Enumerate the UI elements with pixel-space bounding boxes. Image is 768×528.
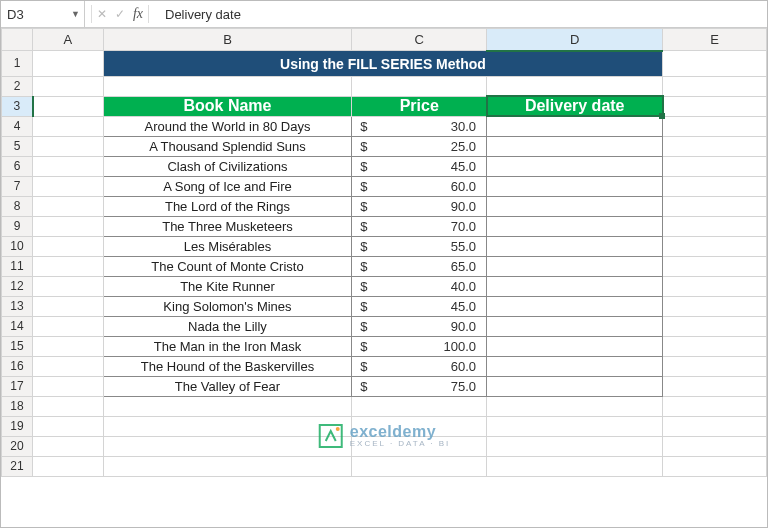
- cell[interactable]: [663, 51, 767, 77]
- cell[interactable]: [487, 136, 663, 156]
- name-box[interactable]: D3 ▼: [1, 1, 85, 27]
- cell[interactable]: [487, 376, 663, 396]
- col-header-E[interactable]: E: [663, 29, 767, 51]
- cell[interactable]: [663, 396, 767, 416]
- row-header[interactable]: 5: [2, 136, 33, 156]
- cell[interactable]: [487, 336, 663, 356]
- cell[interactable]: [33, 396, 103, 416]
- cell[interactable]: [33, 276, 103, 296]
- row-header[interactable]: 3: [2, 96, 33, 116]
- cell[interactable]: [663, 356, 767, 376]
- accept-icon[interactable]: ✓: [112, 7, 128, 21]
- cell[interactable]: [103, 396, 352, 416]
- row-header[interactable]: 8: [2, 196, 33, 216]
- cell[interactable]: [487, 416, 663, 436]
- cell[interactable]: King Solomon's Mines: [103, 296, 352, 316]
- cell[interactable]: [33, 416, 103, 436]
- cell[interactable]: $75.0: [352, 376, 487, 396]
- cell[interactable]: [663, 176, 767, 196]
- cell[interactable]: [33, 456, 103, 476]
- cell[interactable]: The Lord of the Rings: [103, 196, 352, 216]
- row-header[interactable]: 20: [2, 436, 33, 456]
- row-header[interactable]: 9: [2, 216, 33, 236]
- cell[interactable]: $60.0: [352, 176, 487, 196]
- cell[interactable]: [33, 136, 103, 156]
- cell[interactable]: The Man in the Iron Mask: [103, 336, 352, 356]
- cell[interactable]: $90.0: [352, 196, 487, 216]
- cell[interactable]: The Count of Monte Cristo: [103, 256, 352, 276]
- cell[interactable]: $60.0: [352, 356, 487, 376]
- cell[interactable]: A Thousand Splendid Suns: [103, 136, 352, 156]
- fill-handle[interactable]: [659, 113, 665, 119]
- cell[interactable]: [103, 416, 352, 436]
- cell[interactable]: [33, 156, 103, 176]
- cell[interactable]: [487, 316, 663, 336]
- chevron-down-icon[interactable]: ▼: [71, 9, 80, 19]
- cell[interactable]: [487, 396, 663, 416]
- cell[interactable]: [663, 136, 767, 156]
- cell[interactable]: [663, 336, 767, 356]
- cell[interactable]: [487, 176, 663, 196]
- cell[interactable]: [103, 436, 352, 456]
- cell[interactable]: [663, 116, 767, 136]
- fx-icon[interactable]: fx: [130, 6, 146, 22]
- cell[interactable]: [33, 316, 103, 336]
- cell[interactable]: [487, 116, 663, 136]
- cell[interactable]: [33, 256, 103, 276]
- cell[interactable]: [487, 216, 663, 236]
- cell[interactable]: [487, 256, 663, 276]
- cell[interactable]: Les Misérables: [103, 236, 352, 256]
- formula-input[interactable]: Delivery date: [155, 7, 241, 22]
- col-header-A[interactable]: A: [33, 29, 103, 51]
- cell[interactable]: $45.0: [352, 156, 487, 176]
- cell[interactable]: [103, 76, 352, 96]
- cell[interactable]: A Song of Ice and Fire: [103, 176, 352, 196]
- cell[interactable]: $70.0: [352, 216, 487, 236]
- cell[interactable]: [663, 376, 767, 396]
- row-header[interactable]: 10: [2, 236, 33, 256]
- cell[interactable]: The Kite Runner: [103, 276, 352, 296]
- cell[interactable]: $55.0: [352, 236, 487, 256]
- cell[interactable]: [663, 416, 767, 436]
- cell[interactable]: [33, 436, 103, 456]
- spreadsheet-grid[interactable]: A B C D E 1Using the FILL SERIES Method2…: [1, 28, 767, 477]
- cell[interactable]: [663, 296, 767, 316]
- cell[interactable]: [352, 396, 487, 416]
- cell[interactable]: [487, 196, 663, 216]
- row-header[interactable]: 21: [2, 456, 33, 476]
- col-header-B[interactable]: B: [103, 29, 352, 51]
- cell[interactable]: $45.0: [352, 296, 487, 316]
- cell[interactable]: [33, 216, 103, 236]
- cell[interactable]: $30.0: [352, 116, 487, 136]
- cell[interactable]: [663, 96, 767, 116]
- cell[interactable]: Clash of Civilizations: [103, 156, 352, 176]
- cell[interactable]: The Valley of Fear: [103, 376, 352, 396]
- row-header[interactable]: 6: [2, 156, 33, 176]
- cell[interactable]: [33, 336, 103, 356]
- cell[interactable]: [663, 276, 767, 296]
- cell[interactable]: [487, 76, 663, 96]
- row-header[interactable]: 13: [2, 296, 33, 316]
- cell[interactable]: Around the World in 80 Days: [103, 116, 352, 136]
- row-header[interactable]: 11: [2, 256, 33, 276]
- cell[interactable]: $25.0: [352, 136, 487, 156]
- cell[interactable]: $40.0: [352, 276, 487, 296]
- cell[interactable]: Book Name: [103, 96, 352, 116]
- cell[interactable]: [487, 356, 663, 376]
- cell[interactable]: Using the FILL SERIES Method: [103, 51, 663, 77]
- row-header[interactable]: 14: [2, 316, 33, 336]
- cell[interactable]: [663, 316, 767, 336]
- col-header-D[interactable]: D: [487, 29, 663, 51]
- cell[interactable]: [663, 236, 767, 256]
- cell[interactable]: The Three Musketeers: [103, 216, 352, 236]
- cell[interactable]: [663, 436, 767, 456]
- col-header-C[interactable]: C: [352, 29, 487, 51]
- row-header[interactable]: 16: [2, 356, 33, 376]
- row-header[interactable]: 7: [2, 176, 33, 196]
- cell[interactable]: Price: [352, 96, 487, 116]
- row-header[interactable]: 15: [2, 336, 33, 356]
- cell[interactable]: [487, 436, 663, 456]
- cell[interactable]: [33, 196, 103, 216]
- cell[interactable]: [352, 76, 487, 96]
- cell[interactable]: [352, 456, 487, 476]
